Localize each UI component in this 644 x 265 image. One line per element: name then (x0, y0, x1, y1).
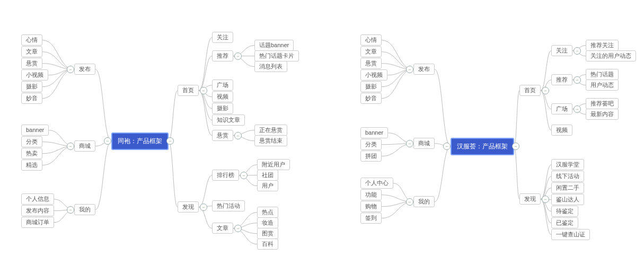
collapse-toggle[interactable]: − (574, 76, 581, 84)
leaf: 关注的用户动态 (586, 50, 636, 61)
leaf: 文章 (21, 46, 42, 57)
branch: 发现 (519, 193, 541, 205)
leaf: 妙音 (21, 93, 42, 104)
leaf: 分类 (360, 139, 382, 150)
collapse-toggle[interactable]: − (234, 52, 242, 60)
subnode: 文章 (212, 223, 233, 234)
collapse-toggle[interactable]: − (406, 66, 413, 73)
leaf: 分类 (21, 136, 42, 147)
subnode: 摄影 (212, 103, 233, 114)
leaf: 个人中心 (360, 178, 393, 189)
collapse-toggle[interactable]: − (104, 137, 111, 145)
leaf: 悬赏结束 (254, 135, 287, 146)
collapse-toggle[interactable]: − (406, 198, 413, 206)
collapse-toggle[interactable]: − (240, 172, 248, 179)
subnode: 悬赏 (212, 130, 233, 141)
leaf: 悬赏 (21, 58, 42, 69)
collapse-toggle[interactable]: − (166, 137, 174, 145)
branch: 商城 (413, 138, 435, 149)
branch: 我的 (413, 196, 435, 207)
leaf: 消息列表 (254, 61, 287, 72)
leaf: 已鉴定 (551, 217, 578, 228)
leaf: 小视频 (21, 69, 48, 81)
leaf: 社团 (257, 170, 278, 181)
leaf: 闲置二手 (551, 182, 584, 193)
collapse-toggle[interactable]: − (512, 143, 519, 150)
leaf: 用户动态 (586, 80, 619, 91)
subnode: 推荐 (212, 50, 233, 61)
leaf: 图赏 (257, 228, 278, 239)
subnode: 推荐 (551, 74, 572, 85)
leaf: 小视频 (360, 69, 387, 81)
collapse-toggle[interactable]: − (574, 105, 581, 113)
leaf: 热卖 (21, 148, 42, 159)
connectors (0, 0, 644, 265)
collapse-toggle[interactable]: − (67, 206, 74, 214)
leaf: 一键查山证 (551, 229, 590, 240)
leaf: 摄影 (21, 81, 42, 92)
leaf: 鉴山达人 (551, 194, 584, 205)
leaf: 妙音 (360, 93, 382, 104)
collapse-toggle[interactable]: − (574, 47, 581, 55)
leaf: 热点 (257, 207, 278, 218)
branch: 首页 (519, 85, 541, 96)
root-node: 同袍：产品框架 (111, 132, 169, 150)
subnode: 关注 (551, 45, 572, 56)
leaf: banner (21, 125, 49, 136)
branch: 发布 (413, 64, 435, 75)
leaf: 妆造 (257, 217, 278, 228)
subnode: 视频 (551, 125, 572, 136)
branch: 首页 (178, 85, 199, 96)
leaf: 附近用户 (257, 159, 290, 170)
collapse-toggle[interactable]: − (406, 140, 413, 147)
leaf: 话题banner (254, 40, 294, 51)
leaf: 签到 (360, 213, 382, 224)
collapse-toggle[interactable]: − (542, 87, 549, 94)
leaf: 个人信息 (21, 193, 54, 205)
leaf: 百科 (257, 238, 278, 250)
collapse-toggle[interactable]: − (67, 143, 74, 150)
subnode: 广场 (212, 80, 233, 91)
leaf: 功能 (360, 189, 382, 200)
root-node: 汉服荟：产品框架 (451, 138, 514, 155)
branch: 商城 (74, 140, 95, 152)
collapse-toggle[interactable]: − (443, 143, 451, 150)
leaf: 最新内容 (586, 109, 619, 120)
leaf: 汉服学堂 (551, 159, 584, 170)
branch: 发现 (178, 201, 199, 213)
leaf: 发布内容 (21, 205, 54, 216)
leaf: 购物 (360, 201, 382, 212)
collapse-toggle[interactable]: − (200, 87, 207, 94)
leaf: 用户 (257, 180, 278, 191)
leaf: 文章 (360, 46, 382, 57)
subnode: 视频 (212, 91, 233, 102)
collapse-toggle[interactable]: − (67, 66, 74, 73)
branch: 我的 (74, 204, 95, 215)
collapse-toggle[interactable]: − (542, 196, 549, 203)
leaf: 摄影 (360, 81, 382, 92)
collapse-toggle[interactable]: − (234, 132, 242, 139)
leaf: 拼团 (360, 151, 382, 162)
subnode: 广场 (551, 103, 572, 114)
leaf: 精选 (21, 160, 42, 171)
leaf: 热门话题 (586, 69, 619, 80)
leaf: 心情 (21, 34, 42, 46)
subnode: 关注 (212, 32, 233, 43)
leaf: 正在悬赏 (254, 125, 287, 136)
leaf: banner (360, 127, 388, 138)
collapse-toggle[interactable]: − (234, 225, 242, 232)
subnode: 排行榜 (212, 170, 239, 181)
leaf: 线下活动 (551, 171, 584, 182)
leaf: 推荐荟吧 (586, 98, 619, 109)
leaf: 待鉴定 (551, 206, 578, 217)
leaf: 推荐关注 (586, 40, 619, 51)
subnode: 知识文章 (212, 114, 245, 126)
leaf: 热门话题卡片 (254, 50, 299, 61)
collapse-toggle[interactable]: − (200, 204, 207, 211)
subnode: 热门活动 (212, 200, 245, 211)
leaf: 心情 (360, 34, 382, 46)
leaf: 悬赏 (360, 58, 382, 69)
leaf: 商城订单 (21, 217, 54, 228)
branch: 发布 (74, 64, 95, 75)
